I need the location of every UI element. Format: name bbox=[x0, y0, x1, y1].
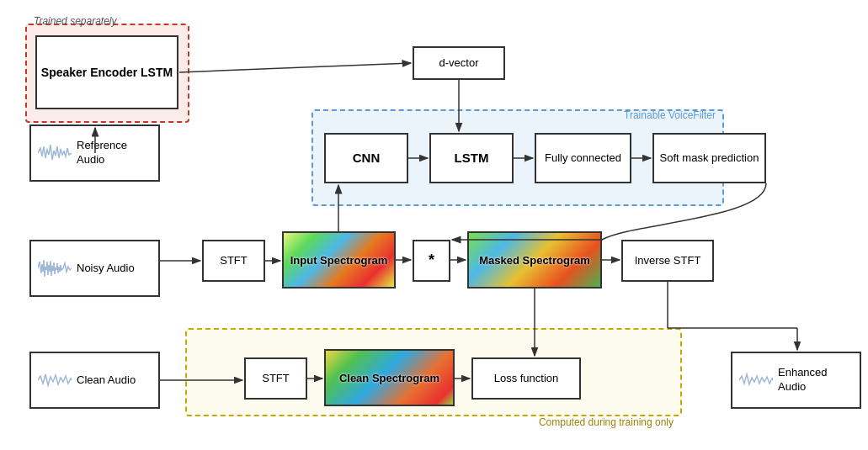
multiply-box: * bbox=[413, 240, 450, 282]
stft-clean-label: STFT bbox=[262, 372, 290, 386]
loss-function-label: Loss function bbox=[494, 372, 559, 386]
clean-audio-waveform bbox=[38, 365, 72, 395]
noisy-audio-label: Noisy Audio bbox=[77, 262, 135, 276]
inverse-stft-box: Inverse STFT bbox=[621, 240, 714, 282]
input-spectrogram-box: Input Spectrogram bbox=[282, 231, 396, 289]
speaker-encoder-label: Speaker Encoder LSTM bbox=[41, 65, 173, 80]
inverse-stft-label: Inverse STFT bbox=[635, 254, 701, 268]
soft-mask-box: Soft mask prediction bbox=[652, 133, 766, 183]
masked-spectrogram-label: Masked Spectrogram bbox=[479, 254, 590, 267]
stft-clean-box: STFT bbox=[244, 357, 307, 400]
d-vector-box: d-vector bbox=[413, 46, 505, 80]
input-spectrogram-label: Input Spectrogram bbox=[290, 254, 388, 267]
speaker-encoder-box: Speaker Encoder LSTM bbox=[35, 35, 178, 109]
clean-audio-box: Clean Audio bbox=[29, 352, 160, 409]
reference-audio-waveform bbox=[38, 138, 72, 168]
soft-mask-label: Soft mask prediction bbox=[660, 151, 759, 166]
enhanced-audio-label: Enhanced Audio bbox=[778, 366, 853, 394]
noisy-audio-waveform bbox=[38, 253, 72, 283]
lstm-box: LSTM bbox=[429, 133, 514, 183]
trained-separately-label: Trained separately bbox=[34, 15, 117, 27]
clean-audio-label: Clean Audio bbox=[77, 373, 136, 388]
enhanced-audio-waveform bbox=[739, 365, 773, 395]
noisy-audio-box: Noisy Audio bbox=[29, 240, 160, 297]
cnn-box: CNN bbox=[324, 133, 408, 183]
fully-connected-label: Fully connected bbox=[545, 151, 621, 166]
clean-spectrogram-label: Clean Spectrogram bbox=[339, 372, 439, 384]
enhanced-audio-box: Enhanced Audio bbox=[731, 352, 861, 409]
cnn-label: CNN bbox=[353, 150, 381, 167]
multiply-label: * bbox=[429, 251, 434, 270]
stft-noisy-box: STFT bbox=[202, 240, 265, 282]
d-vector-label: d-vector bbox=[439, 56, 479, 71]
stft-noisy-label: STFT bbox=[220, 254, 248, 268]
masked-spectrogram-box: Masked Spectrogram bbox=[467, 231, 602, 289]
clean-spectrogram-box: Clean Spectrogram bbox=[324, 349, 455, 406]
reference-audio-label: Reference Audio bbox=[77, 139, 152, 167]
diagram: Trained separately Trainable VoiceFilter… bbox=[0, 0, 868, 450]
voicefilter-label: Trainable VoiceFilter bbox=[624, 109, 716, 121]
training-only-label: Computed during training only bbox=[539, 416, 674, 428]
fully-connected-box: Fully connected bbox=[535, 133, 631, 183]
lstm-label: LSTM bbox=[455, 150, 489, 167]
loss-function-box: Loss function bbox=[471, 357, 581, 400]
svg-line-2 bbox=[179, 63, 411, 72]
reference-audio-box: Reference Audio bbox=[29, 124, 160, 182]
